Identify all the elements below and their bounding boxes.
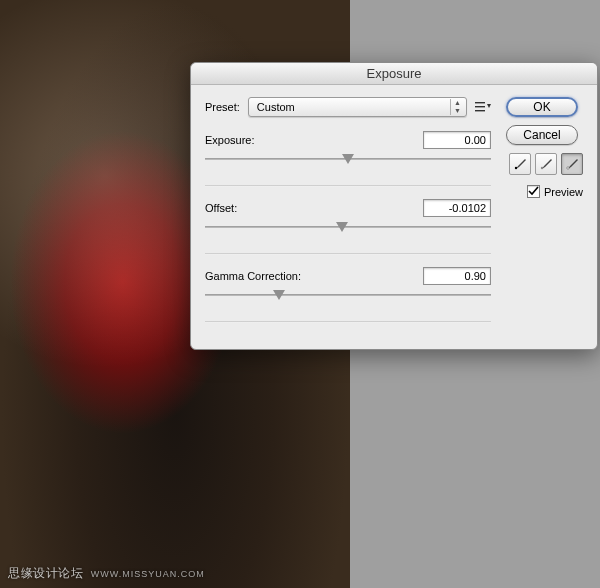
gamma-input[interactable] xyxy=(423,267,491,285)
watermark: 思缘设计论坛 WWW.MISSYUAN.COM xyxy=(8,565,205,582)
offset-slider[interactable] xyxy=(205,221,491,235)
svg-point-5 xyxy=(541,167,543,169)
preset-menu-button[interactable] xyxy=(475,101,491,113)
eyedropper-gray-button[interactable] xyxy=(535,153,557,175)
gamma-label: Gamma Correction: xyxy=(205,270,301,282)
offset-input[interactable] xyxy=(423,199,491,217)
chevron-updown-icon: ▲▼ xyxy=(450,99,462,115)
slider-thumb-icon xyxy=(342,154,354,164)
preset-value: Custom xyxy=(257,101,295,113)
gamma-slider[interactable] xyxy=(205,289,491,303)
watermark-text: 思缘设计论坛 xyxy=(8,566,83,580)
exposure-label: Exposure: xyxy=(205,134,255,146)
exposure-dialog: Exposure Preset: Custom ▲▼ xyxy=(190,62,598,350)
offset-label: Offset: xyxy=(205,202,237,214)
cancel-button[interactable]: Cancel xyxy=(506,125,578,145)
exposure-slider[interactable] xyxy=(205,153,491,167)
slider-thumb-icon xyxy=(336,222,348,232)
svg-rect-2 xyxy=(475,110,485,111)
preview-checkbox[interactable] xyxy=(527,185,540,198)
watermark-site: WWW.MISSYUAN.COM xyxy=(91,569,205,579)
svg-point-4 xyxy=(515,167,517,169)
ok-button[interactable]: OK xyxy=(506,97,578,117)
svg-rect-0 xyxy=(475,102,485,103)
eyedropper-white-button[interactable] xyxy=(561,153,583,175)
slider-thumb-icon xyxy=(273,290,285,300)
svg-marker-3 xyxy=(487,104,491,108)
eyedropper-black-button[interactable] xyxy=(509,153,531,175)
svg-rect-1 xyxy=(475,106,485,107)
dialog-title: Exposure xyxy=(191,63,597,85)
svg-point-6 xyxy=(567,167,569,169)
preset-select[interactable]: Custom ▲▼ xyxy=(248,97,467,117)
exposure-input[interactable] xyxy=(423,131,491,149)
preset-label: Preset: xyxy=(205,101,240,113)
preview-label: Preview xyxy=(544,186,583,198)
